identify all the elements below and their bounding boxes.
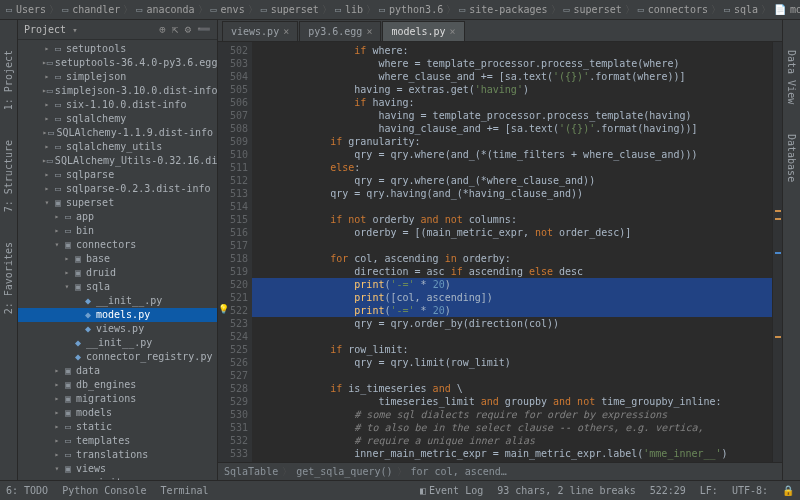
- tree-node[interactable]: ▸▣db_engines: [18, 378, 217, 392]
- tree-node[interactable]: ▸▭sqlparse-0.2.3.dist-info: [18, 182, 217, 196]
- collapse-icon[interactable]: ⇱: [172, 23, 179, 36]
- intention-bulb-icon[interactable]: 💡: [218, 304, 228, 317]
- breadcrumb-segment[interactable]: site-packages: [469, 4, 547, 15]
- close-icon[interactable]: ×: [450, 26, 456, 37]
- statusbar-item[interactable]: Python Console: [62, 485, 146, 496]
- tree-node[interactable]: ◆models.py: [18, 308, 217, 322]
- tree-arrow-icon[interactable]: ▸: [42, 182, 52, 196]
- code-line[interactable]: # to also be in the select clause -- oth…: [252, 421, 772, 434]
- gear-icon[interactable]: ⚙: [184, 23, 191, 36]
- tree-node[interactable]: ▸▣base: [18, 252, 217, 266]
- tree-arrow-icon[interactable]: ▸: [52, 364, 62, 378]
- code-line[interactable]: print([col, ascending]): [252, 291, 772, 304]
- tree-arrow-icon[interactable]: ▸: [52, 378, 62, 392]
- tree-node[interactable]: ▸▭sqlparse: [18, 168, 217, 182]
- code-line[interactable]: orderby = [(main_metric_expr, not order_…: [252, 226, 772, 239]
- code-body[interactable]: if where: where = template_processor.pro…: [252, 42, 772, 462]
- code-line[interactable]: if is_timeseries and \: [252, 382, 772, 395]
- tree-node[interactable]: ▸▭translations: [18, 448, 217, 462]
- code-line[interactable]: [252, 330, 772, 343]
- editor-tab[interactable]: views.py×: [222, 21, 298, 41]
- tree-node[interactable]: ▾▣sqla: [18, 280, 217, 294]
- editor-crumb[interactable]: SqlaTable: [224, 466, 278, 477]
- statusbar-info[interactable]: UTF-8:: [732, 485, 768, 496]
- code-line[interactable]: [252, 369, 772, 382]
- breadcrumb-segment[interactable]: Users: [16, 4, 46, 15]
- code-line[interactable]: if having:: [252, 96, 772, 109]
- code-line[interactable]: for col, ascending in orderby:: [252, 252, 772, 265]
- tree-node[interactable]: ▾▣superset: [18, 196, 217, 210]
- breadcrumb-segment[interactable]: superset: [574, 4, 622, 15]
- code-line[interactable]: inner_select_exprs += [inner_main_metric…: [252, 460, 772, 462]
- project-tree[interactable]: ▸▭setuptools▸▭setuptools-36.4.0-py3.6.eg…: [18, 40, 217, 480]
- code-line[interactable]: direction = asc if ascending else desc: [252, 265, 772, 278]
- tool-window-tab[interactable]: 2: Favorites: [3, 242, 14, 314]
- tree-arrow-icon[interactable]: ▸: [52, 434, 62, 448]
- tree-node[interactable]: ▸▭simplejson-3.10.0.dist-info: [18, 84, 217, 98]
- editor-breadcrumb[interactable]: SqlaTable〉get_sqla_query()〉for col, asce…: [218, 462, 782, 480]
- code-line[interactable]: having = extras.get('having'): [252, 83, 772, 96]
- breadcrumb-segment[interactable]: connectors: [648, 4, 708, 15]
- code-line[interactable]: qry = qry.order_by(direction(col)): [252, 317, 772, 330]
- editor[interactable]: 5025035045055065075085095105115125135145…: [218, 42, 782, 462]
- tree-node[interactable]: ◆views.py: [18, 322, 217, 336]
- statusbar-item[interactable]: ◧Event Log: [420, 485, 483, 496]
- tree-node[interactable]: ▸▣models: [18, 406, 217, 420]
- tool-window-tab[interactable]: Data View: [786, 50, 797, 104]
- lock-icon[interactable]: 🔒: [782, 485, 794, 496]
- code-line[interactable]: qry = qry.having(and_(*having_clause_and…: [252, 187, 772, 200]
- tree-node[interactable]: ◆connector_registry.py: [18, 350, 217, 364]
- statusbar-info[interactable]: 93 chars, 2 line breaks: [497, 485, 635, 496]
- code-line[interactable]: having = template_processor.process_temp…: [252, 109, 772, 122]
- tree-arrow-icon[interactable]: ▸: [42, 98, 52, 112]
- breadcrumb-segment[interactable]: python3.6: [389, 4, 443, 15]
- tree-arrow-icon[interactable]: ▾: [62, 280, 72, 294]
- code-line[interactable]: print('-=' * 20): [252, 304, 772, 317]
- tree-arrow-icon[interactable]: ▸: [52, 210, 62, 224]
- tree-node[interactable]: ▸▭SQLAlchemy-1.1.9.dist-info: [18, 126, 217, 140]
- code-line[interactable]: timeseries_limit and groupby and not tim…: [252, 395, 772, 408]
- chevron-down-icon[interactable]: ▾: [72, 25, 77, 35]
- marker-bar[interactable]: [772, 42, 782, 462]
- tree-node[interactable]: ▸▭simplejson: [18, 70, 217, 84]
- code-line[interactable]: qry = qry.where(and_(*(time_filters + wh…: [252, 148, 772, 161]
- breadcrumb-segment[interactable]: superset: [271, 4, 319, 15]
- tree-node[interactable]: ▸▭six-1.10.0.dist-info: [18, 98, 217, 112]
- code-line[interactable]: # require a unique inner alias: [252, 434, 772, 447]
- breadcrumb-segment[interactable]: anaconda: [146, 4, 194, 15]
- code-line[interactable]: if not orderby and not columns:: [252, 213, 772, 226]
- tree-node[interactable]: ▸▭sqlalchemy: [18, 112, 217, 126]
- tree-node[interactable]: ◆__init__.py: [18, 294, 217, 308]
- tree-arrow-icon[interactable]: ▸: [42, 112, 52, 126]
- tree-node[interactable]: ▸▣migrations: [18, 392, 217, 406]
- code-line[interactable]: [252, 200, 772, 213]
- tree-node[interactable]: ▸▭SQLAlchemy_Utils-0.32.16.dist-info: [18, 154, 217, 168]
- statusbar-item[interactable]: Terminal: [160, 485, 208, 496]
- tree-arrow-icon[interactable]: ▾: [52, 462, 62, 476]
- tree-arrow-icon[interactable]: ▸: [42, 140, 52, 154]
- code-line[interactable]: print('-=' * 20): [252, 278, 772, 291]
- breadcrumb-segment[interactable]: chandler: [72, 4, 120, 15]
- code-line[interactable]: [252, 239, 772, 252]
- tree-arrow-icon[interactable]: ▸: [52, 392, 62, 406]
- code-line[interactable]: inner_main_metric_expr = main_metric_exp…: [252, 447, 772, 460]
- tree-node[interactable]: ▸▭bin: [18, 224, 217, 238]
- tree-node[interactable]: ▸▭templates: [18, 434, 217, 448]
- tree-node[interactable]: ▸▣druid: [18, 266, 217, 280]
- code-line[interactable]: if where:: [252, 44, 772, 57]
- tree-arrow-icon[interactable]: ▸: [52, 448, 62, 462]
- tree-node[interactable]: ▾▣connectors: [18, 238, 217, 252]
- tree-arrow-icon[interactable]: ▸: [52, 224, 62, 238]
- target-icon[interactable]: ⊕: [159, 23, 166, 36]
- statusbar-info[interactable]: 522:29: [650, 485, 686, 496]
- tree-node[interactable]: ▸▣data: [18, 364, 217, 378]
- tree-node[interactable]: ▸▭setuptools: [18, 42, 217, 56]
- tool-window-tab[interactable]: Database: [786, 134, 797, 182]
- code-line[interactable]: where = template_processor.process_templ…: [252, 57, 772, 70]
- editor-tab[interactable]: py3.6.egg×: [299, 21, 381, 41]
- code-line[interactable]: if row_limit:: [252, 343, 772, 356]
- tree-node[interactable]: ◆__init__.py: [18, 476, 217, 480]
- code-line[interactable]: if granularity:: [252, 135, 772, 148]
- tree-arrow-icon[interactable]: ▸: [62, 266, 72, 280]
- code-line[interactable]: # some sql dialects require for order by…: [252, 408, 772, 421]
